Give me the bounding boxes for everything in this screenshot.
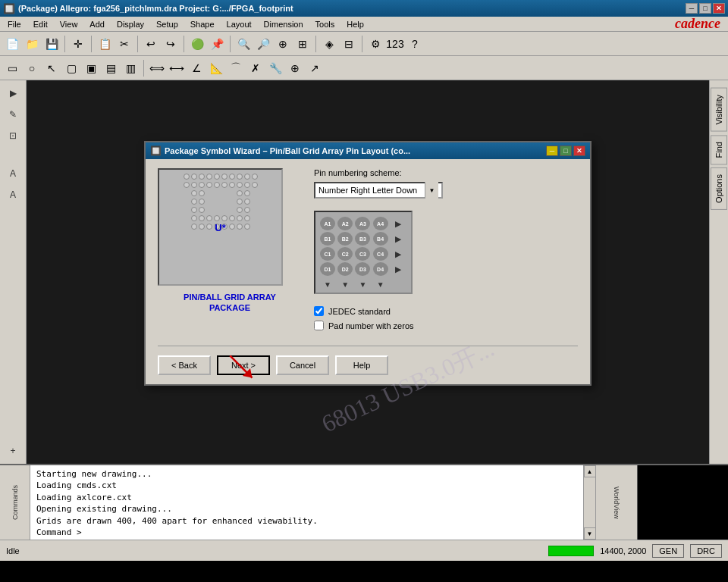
close-button[interactable]: ✕ bbox=[713, 3, 725, 14]
dialog-body: U* bbox=[146, 159, 590, 384]
jedec-checkbox[interactable] bbox=[314, 306, 324, 316]
snap-btn[interactable]: ✛ bbox=[69, 35, 87, 53]
back-button[interactable]: < Back bbox=[158, 355, 211, 375]
angle-btn[interactable]: ∠ bbox=[187, 59, 206, 77]
help2-btn[interactable]: ? bbox=[406, 35, 424, 53]
dot-empty bbox=[221, 207, 228, 213]
pad-zeros-checkbox[interactable] bbox=[314, 321, 324, 330]
side-btn-5[interactable]: A bbox=[3, 185, 23, 205]
dot bbox=[244, 190, 250, 196]
pin-btn[interactable]: 📌 bbox=[208, 35, 226, 53]
scroll-down-arrow[interactable]: ▼ bbox=[584, 527, 596, 540]
dot bbox=[191, 174, 197, 180]
rect-btn[interactable]: ▭ bbox=[3, 59, 21, 77]
menu-setup[interactable]: Setup bbox=[150, 18, 184, 30]
menu-add[interactable]: Add bbox=[83, 18, 111, 30]
side-btn-6[interactable]: + bbox=[3, 441, 23, 461]
dot bbox=[191, 215, 197, 221]
menu-tools[interactable]: Tools bbox=[309, 18, 341, 30]
drc-box: DRC bbox=[690, 544, 722, 558]
dot bbox=[244, 207, 250, 213]
dot bbox=[244, 199, 250, 205]
cursor-btn[interactable]: ↖ bbox=[42, 59, 61, 77]
next-button[interactable]: Next > bbox=[217, 355, 270, 375]
vline-btn[interactable]: ⟷ bbox=[168, 59, 186, 77]
menu-dimension[interactable]: Dimension bbox=[258, 18, 309, 30]
num-btn[interactable]: 123 bbox=[386, 35, 404, 53]
dot bbox=[237, 224, 243, 230]
save-btn[interactable]: 💾 bbox=[42, 35, 61, 53]
gen-box: GEN bbox=[652, 544, 684, 558]
dialog-icon: 🔲 bbox=[150, 146, 162, 156]
undo-btn[interactable]: ↩ bbox=[142, 35, 160, 53]
pin-c4: C4 bbox=[373, 247, 388, 261]
menu-shape[interactable]: Shape bbox=[184, 18, 221, 30]
rect2-btn[interactable]: ▢ bbox=[62, 59, 80, 77]
arrow-down-2: ▼ bbox=[337, 277, 353, 291]
maximize-button[interactable]: □ bbox=[699, 3, 711, 14]
circle-btn[interactable]: 🟢 bbox=[188, 35, 206, 53]
cross-btn[interactable]: ✗ bbox=[246, 59, 265, 77]
dialog-window-controls: ─ □ ✕ bbox=[546, 146, 585, 156]
menu-layout[interactable]: Layout bbox=[221, 18, 258, 30]
scheme-dropdown[interactable]: Number Right Letter Down ▼ bbox=[314, 182, 443, 199]
menu-view[interactable]: View bbox=[54, 18, 84, 30]
new-btn[interactable]: 📄 bbox=[3, 35, 21, 53]
fill-btn[interactable]: ▣ bbox=[82, 59, 100, 77]
measure-btn[interactable]: 📐 bbox=[207, 59, 225, 77]
minimize-button[interactable]: ─ bbox=[686, 3, 698, 14]
cut-btn[interactable]: ✂ bbox=[115, 35, 133, 53]
side-btn-1[interactable]: ▶ bbox=[3, 83, 23, 103]
sidebar-tab-visibility[interactable]: Visibility bbox=[711, 88, 727, 132]
circle2-btn[interactable]: ○ bbox=[23, 59, 41, 77]
copy-btn[interactable]: 📋 bbox=[96, 35, 114, 53]
grid-btn[interactable]: ⊟ bbox=[340, 35, 358, 53]
side-btn-2[interactable]: ✎ bbox=[3, 105, 23, 124]
settings-btn[interactable]: ⚙ bbox=[366, 35, 384, 53]
dot bbox=[229, 174, 235, 180]
zoom-area-btn[interactable]: ⊞ bbox=[293, 35, 312, 53]
frame-btn[interactable]: ▤ bbox=[102, 59, 120, 77]
dot-empty bbox=[229, 190, 235, 196]
log-content[interactable]: Starting new drawing... Loading cmds.cxt… bbox=[30, 465, 583, 540]
dialog-minimize-button[interactable]: ─ bbox=[546, 146, 558, 156]
dot-empty bbox=[214, 199, 220, 205]
cancel-button[interactable]: Cancel bbox=[276, 355, 329, 375]
dot bbox=[229, 182, 235, 188]
side-btn-3[interactable]: ⊡ bbox=[3, 126, 23, 146]
dot bbox=[237, 215, 243, 221]
wand-btn[interactable]: 🔧 bbox=[266, 59, 284, 77]
open-btn[interactable]: 📁 bbox=[23, 35, 41, 53]
menu-bar: File Edit View Add Display Setup Shape L… bbox=[0, 17, 728, 32]
zoom-out-btn[interactable]: 🔎 bbox=[254, 35, 272, 53]
dot bbox=[191, 182, 197, 188]
dot bbox=[184, 174, 190, 180]
dot bbox=[237, 190, 243, 196]
zoom-fit-btn[interactable]: ⊕ bbox=[274, 35, 292, 53]
dropdown-arrow-icon[interactable]: ▼ bbox=[425, 182, 438, 199]
redo-btn[interactable]: ↪ bbox=[162, 35, 180, 53]
hline-btn[interactable]: ⟺ bbox=[148, 59, 166, 77]
menu-edit[interactable]: Edit bbox=[27, 18, 54, 30]
3d-btn[interactable]: ◈ bbox=[320, 35, 338, 53]
zoom-in-btn[interactable]: 🔍 bbox=[234, 35, 253, 53]
sidebar-tab-find[interactable]: Find bbox=[711, 135, 727, 164]
side-btn-4[interactable]: A bbox=[3, 164, 23, 183]
menu-help[interactable]: Help bbox=[340, 18, 370, 30]
dialog-close-button[interactable]: ✕ bbox=[573, 146, 585, 156]
frame2-btn[interactable]: ▥ bbox=[121, 59, 140, 77]
scroll-up-arrow[interactable]: ▲ bbox=[584, 465, 596, 477]
menu-display[interactable]: Display bbox=[111, 18, 150, 30]
dialog-maximize-button[interactable]: □ bbox=[560, 146, 572, 156]
sidebar-tab-options[interactable]: Options bbox=[711, 167, 727, 210]
zoom3-btn[interactable]: ⊕ bbox=[286, 59, 304, 77]
dot bbox=[229, 224, 235, 230]
pin-b4: B4 bbox=[373, 232, 388, 246]
help-button[interactable]: Help bbox=[335, 355, 388, 375]
arrow-right-3: ▶ bbox=[391, 247, 406, 261]
arrow-btn[interactable]: ↗ bbox=[306, 59, 324, 77]
curve-btn[interactable]: ⌒ bbox=[227, 59, 245, 77]
idle-status: Idle bbox=[6, 546, 20, 555]
canvas-area[interactable]: 🔲 Package Symbol Wizard – Pin/Ball Grid … bbox=[27, 80, 709, 464]
menu-file[interactable]: File bbox=[2, 18, 27, 30]
